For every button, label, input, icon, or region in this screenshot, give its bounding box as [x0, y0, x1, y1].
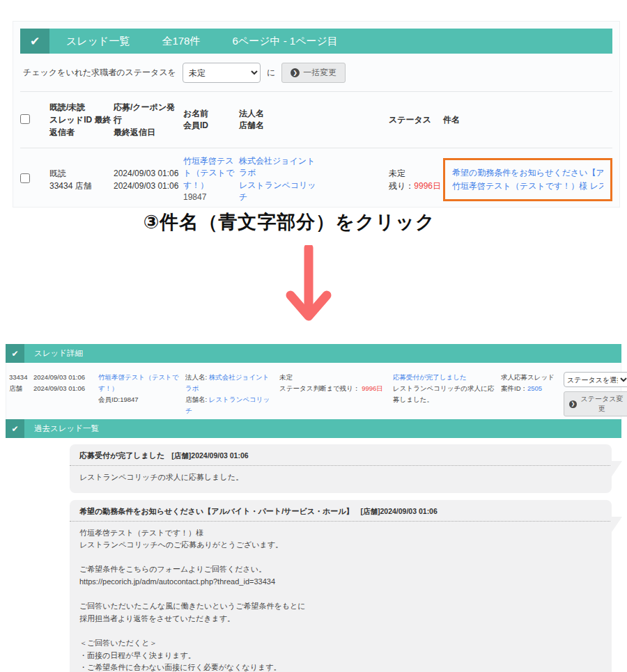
message-title-row: 希望の勤務条件をお知らせください【アルバイト・パート/サービス・ホール】[店舗]…	[79, 506, 602, 517]
step3-annotation: ③件名（青文字部分）をクリック	[0, 210, 578, 235]
message-body: 竹垣孝啓テスト（テストです！）様 レストランペコリッチへのご応募ありがとうござい…	[79, 527, 602, 672]
past-threads-title: 過去スレッド一覧	[34, 423, 99, 434]
message-title: 応募受付が完了しました	[79, 451, 164, 460]
message-title-row: 応募受付が完了しました[店舗]2024/09/03 01:06	[79, 451, 602, 461]
detail-corp-shop: 法人名: 株式会社ジョイントラボ店舗名: レストランペコリッチ	[185, 372, 276, 417]
message-meta: [店舗]2024/09/03 01:06	[360, 507, 437, 515]
col-header-corp: 法人名 店舗名	[239, 108, 323, 132]
thread-row-status: 未定残り：9996日	[389, 167, 443, 192]
detail-kind-label: 求人応募スレッド	[501, 373, 555, 381]
bulk-status-label: チェックをいれた求職者のステータスを	[23, 67, 176, 79]
detail-last-message: 応募受付が完了しましたレストランペコリッチの求人に応募しました。	[393, 372, 497, 417]
col-header-name: お名前 会員ID	[183, 108, 239, 132]
thread-row-name: 竹垣孝啓テスト（テストです！）19847	[183, 155, 239, 204]
applicant-name-link[interactable]: 竹垣孝啓テスト（テストです！）	[183, 156, 234, 190]
thread-row-read-id: 既読33434 店舗	[49, 167, 114, 192]
read-status: 既読	[49, 169, 66, 178]
past-threads-header: ✔ 過去スレッド一覧	[6, 419, 621, 438]
subject-link-line2[interactable]: 竹垣孝啓テスト（テストです！）様 レストランペコ…	[452, 181, 603, 191]
message-card: 希望の勤務条件をお知らせください【アルバイト・パート/サービス・ホール】[店舗]…	[70, 500, 612, 672]
detail-applicant-name-link[interactable]: 竹垣孝啓テスト（テストです！）	[98, 373, 179, 392]
subject-highlight-box: 希望の勤務条件をお知らせください【アルバイト・パ… 竹垣孝啓テスト（テストです！…	[443, 158, 612, 201]
check-icon: ✔	[6, 344, 24, 363]
speech-tail-icon	[610, 461, 622, 478]
check-icon-glyph: ✔	[11, 349, 18, 359]
message-card: 応募受付が完了しました[店舗]2024/09/03 01:06 レストランペコリ…	[70, 444, 612, 493]
speech-tail-icon	[610, 517, 622, 534]
past-threads-section: ✔ 過去スレッド一覧 応募受付が完了しました[店舗]2024/09/03 01:…	[6, 419, 621, 672]
col-header-apply: 応募/クーポン発行 最終返信日	[114, 101, 183, 139]
thread-list-panel: ✔ スレッド一覧 全178件 6ページ中 - 1ページ目 チェックをいれた求職者…	[13, 21, 620, 208]
thread-row: 既読33434 店舗 2024/09/03 01:062024/09/03 01…	[20, 148, 612, 208]
bulk-status-particle: に	[267, 67, 275, 79]
bulk-change-button-label: 一括変更	[303, 67, 336, 79]
detail-status-controls: ステータスを選択 ❯ ステータス変更	[564, 372, 627, 417]
message-title: 希望の勤務条件をお知らせください【アルバイト・パート/サービス・ホール】	[79, 507, 353, 515]
corp-label: 法人名:	[185, 373, 209, 381]
shop-label: 店舗名:	[185, 396, 209, 403]
total-count: 全178件	[162, 35, 200, 48]
chevron-right-circle-icon: ❯	[291, 68, 300, 77]
detail-status-value: 未定	[279, 373, 293, 381]
status-change-button[interactable]: ❯ ステータス変更	[564, 391, 627, 416]
status-change-button-label: ステータス変更	[580, 394, 624, 414]
detail-remaining-label: ステータス判断まで残り：	[279, 384, 362, 392]
check-icon: ✔	[6, 419, 24, 438]
bulk-change-button[interactable]: ❯ 一括変更	[281, 63, 346, 83]
member-id: 19847	[183, 192, 206, 202]
case-id-link[interactable]: 2505	[527, 384, 542, 392]
bulk-status-row: チェックをいれた求職者のステータスを 未定 に ❯ 一括変更	[23, 63, 619, 83]
message-list: 応募受付が完了しました[店舗]2024/09/03 01:06 レストランペコリ…	[6, 438, 621, 672]
thread-list-header: ✔ スレッド一覧 全178件 6ページ中 - 1ページ目	[20, 29, 612, 54]
thread-list-header-body: スレッド一覧 全178件 6ページ中 - 1ページ目	[49, 29, 612, 54]
detail-kind: 求人応募スレッド案件ID：2505	[501, 372, 560, 417]
down-arrow-icon	[282, 245, 335, 334]
detail-thread-id: 33434 店舗	[9, 372, 30, 417]
thread-row-checkbox[interactable]	[20, 173, 30, 183]
detail-dates: 2024/09/03 01:06 2024/09/03 01:06	[33, 372, 95, 417]
thread-detail-header: ✔ スレッド詳細	[6, 344, 621, 363]
remaining-label: 残り：	[389, 181, 414, 191]
col-header-read: 既読/未読 スレッドID 最終返信者	[49, 101, 114, 139]
case-id-label: 案件ID：	[501, 384, 527, 392]
thread-detail-row: 33434 店舗 2024/09/03 01:06 2024/09/03 01:…	[6, 363, 621, 428]
thread-id: 33434 店舗	[49, 181, 92, 191]
detail-last-body: レストランペコリッチの求人に応募しました。	[393, 384, 494, 403]
thread-table-header: 既読/未読 スレッドID 最終返信者 応募/クーポン発行 最終返信日 お名前 会…	[20, 92, 612, 148]
status-value: 未定	[389, 169, 405, 178]
detail-remaining-days: 9996日	[362, 384, 383, 392]
thread-row-corp: 株式会社ジョイントラボレストランペコリッチ	[239, 155, 323, 204]
col-header-status: ステータス	[389, 114, 443, 126]
detail-status: 未定ステータス判断まで残り： 9996日	[279, 372, 389, 417]
subject-link-line1[interactable]: 希望の勤務条件をお知らせください【アルバイト・パ…	[452, 168, 603, 178]
check-icon-glyph: ✔	[11, 424, 18, 434]
detail-member-id: 会員ID:19847	[98, 396, 139, 403]
detail-last-title-link[interactable]: 応募受付が完了しました	[393, 373, 467, 381]
message-meta: [店舗]2024/09/03 01:06	[171, 451, 248, 460]
detail-applicant: 竹垣孝啓テスト（テストです！）会員ID:19847	[98, 372, 182, 417]
thread-detail-title: スレッド詳細	[34, 348, 83, 359]
message-body: レストランペコリッチの求人に応募しました。	[79, 471, 602, 484]
shop-link[interactable]: レストランペコリッチ	[239, 180, 316, 202]
corp-link[interactable]: 株式会社ジョイントラボ	[239, 156, 315, 178]
dotted-divider	[70, 521, 612, 522]
bulk-status-select[interactable]: 未定	[183, 63, 261, 83]
select-all-checkbox[interactable]	[20, 114, 30, 124]
chevron-right-circle-icon: ❯	[569, 400, 577, 408]
thread-detail-section: ✔ スレッド詳細 33434 店舗 2024/09/03 01:06 2024/…	[6, 344, 621, 428]
remaining-days: 9996日	[414, 181, 441, 191]
status-select[interactable]: ステータスを選択	[564, 372, 627, 387]
check-icon: ✔	[20, 29, 49, 54]
dotted-divider	[70, 465, 612, 466]
reply-date: 2024/09/03 01:06	[114, 181, 178, 191]
check-icon-glyph: ✔	[30, 34, 40, 49]
apply-date: 2024/09/03 01:06	[114, 169, 178, 178]
page-indicator: 6ページ中 - 1ページ目	[232, 35, 337, 48]
page-title: スレッド一覧	[66, 35, 130, 48]
col-header-subject: 件名	[443, 114, 612, 126]
thread-row-dates: 2024/09/03 01:062024/09/03 01:06	[114, 167, 183, 192]
